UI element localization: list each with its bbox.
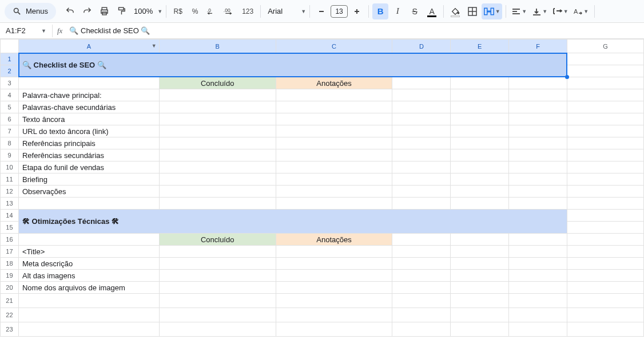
strikethrough-button[interactable]: S	[407, 3, 423, 19]
cell[interactable]	[567, 77, 644, 89]
zoom-dropdown[interactable]: 100% ▼	[130, 7, 162, 15]
cell[interactable]	[451, 198, 509, 210]
borders-button[interactable]	[464, 3, 480, 19]
cell[interactable]	[276, 258, 392, 270]
column-header-F[interactable]: F	[509, 40, 567, 53]
cell[interactable]	[567, 174, 644, 186]
menus-button[interactable]: Menus	[5, 3, 56, 20]
cell[interactable]	[159, 149, 276, 161]
cell[interactable]	[276, 198, 392, 210]
header-concluido[interactable]: Concluído	[159, 77, 276, 89]
cell[interactable]	[567, 308, 644, 322]
cell[interactable]	[509, 282, 567, 294]
cell[interactable]	[509, 246, 567, 258]
cell[interactable]	[567, 161, 644, 174]
row-header-5[interactable]: 5	[1, 101, 19, 113]
row-header-21[interactable]: 21	[1, 294, 19, 308]
cell[interactable]	[509, 186, 567, 198]
column-header-D[interactable]: D	[392, 40, 451, 53]
cell[interactable]	[18, 322, 159, 337]
cell[interactable]	[451, 113, 509, 125]
cell[interactable]	[567, 65, 644, 77]
row-header-18[interactable]: 18	[1, 258, 19, 270]
cell[interactable]	[451, 161, 509, 174]
row-header-1[interactable]: 1	[1, 53, 19, 65]
cell[interactable]	[451, 282, 509, 294]
cell[interactable]	[509, 294, 567, 308]
redo-button[interactable]	[79, 3, 95, 19]
cell[interactable]	[159, 89, 276, 101]
cell[interactable]	[567, 186, 644, 198]
cell[interactable]	[451, 89, 509, 101]
cell[interactable]	[509, 270, 567, 282]
cell[interactable]	[159, 282, 276, 294]
row-header-7[interactable]: 7	[1, 125, 19, 137]
cell[interactable]	[276, 246, 392, 258]
paint-format-button[interactable]	[113, 3, 129, 19]
cell[interactable]: Briefing	[18, 174, 159, 186]
cell[interactable]	[509, 113, 567, 125]
font-family-dropdown[interactable]: Arial ▼	[264, 7, 306, 15]
cell[interactable]	[451, 137, 509, 149]
cell[interactable]: Palavra-chave principal:	[18, 89, 159, 101]
cell[interactable]	[18, 308, 159, 322]
cell[interactable]	[509, 125, 567, 137]
cell[interactable]: Etapa do funil de vendas	[18, 161, 159, 174]
cell[interactable]	[567, 258, 644, 270]
cell[interactable]	[159, 270, 276, 282]
cell[interactable]	[159, 101, 276, 113]
cell[interactable]	[567, 246, 644, 258]
cell[interactable]	[451, 234, 509, 246]
name-box[interactable]: A1:F2 ▼	[2, 25, 53, 37]
cell[interactable]	[451, 101, 509, 113]
text-rotation-button[interactable]: A ▼	[571, 3, 591, 19]
cell[interactable]	[509, 174, 567, 186]
cell[interactable]	[451, 270, 509, 282]
row-header-23[interactable]: 23	[1, 322, 19, 337]
cell[interactable]	[392, 186, 451, 198]
cell[interactable]	[159, 186, 276, 198]
cell[interactable]	[159, 258, 276, 270]
cell[interactable]	[509, 308, 567, 322]
vertical-align-button[interactable]: ▼	[530, 3, 550, 19]
header-anotacoes[interactable]: Anotações	[276, 77, 392, 89]
fill-color-button[interactable]	[447, 3, 463, 19]
row-header-4[interactable]: 4	[1, 89, 19, 101]
row-header-3[interactable]: 3	[1, 77, 19, 89]
cell[interactable]	[567, 198, 644, 210]
cell[interactable]	[567, 125, 644, 137]
cell[interactable]	[567, 89, 644, 101]
cell[interactable]	[276, 101, 392, 113]
cell[interactable]	[451, 258, 509, 270]
cell[interactable]	[18, 294, 159, 308]
cell[interactable]	[276, 270, 392, 282]
text-color-button[interactable]: A	[424, 3, 440, 19]
row-header-9[interactable]: 9	[1, 149, 19, 161]
cell[interactable]	[567, 270, 644, 282]
cell[interactable]: Referências secundárias	[18, 149, 159, 161]
cell[interactable]	[567, 149, 644, 161]
cell[interactable]: Observações	[18, 186, 159, 198]
cell[interactable]	[276, 137, 392, 149]
increase-fontsize-button[interactable]	[349, 3, 365, 19]
more-formats-button[interactable]: 123	[238, 3, 257, 19]
row-header-13[interactable]: 13	[1, 198, 19, 210]
cell[interactable]	[567, 282, 644, 294]
cell[interactable]	[509, 234, 567, 246]
cell[interactable]	[392, 161, 451, 174]
column-header-E[interactable]: E	[451, 40, 509, 53]
text-wrap-button[interactable]: ▼	[551, 3, 570, 19]
cell[interactable]	[392, 282, 451, 294]
currency-format-button[interactable]: R$	[170, 3, 186, 19]
cell[interactable]	[159, 294, 276, 308]
cell[interactable]	[276, 149, 392, 161]
merge-cells-button[interactable]: ▼	[482, 3, 502, 19]
row-header-10[interactable]: 10	[1, 161, 19, 174]
chevron-down-icon[interactable]: ▼	[152, 43, 157, 49]
cell[interactable]	[509, 258, 567, 270]
cell[interactable]	[159, 198, 276, 210]
row-header-17[interactable]: 17	[1, 246, 19, 258]
cell[interactable]	[392, 113, 451, 125]
cell[interactable]	[18, 198, 159, 210]
italic-button[interactable]: I	[389, 3, 406, 19]
